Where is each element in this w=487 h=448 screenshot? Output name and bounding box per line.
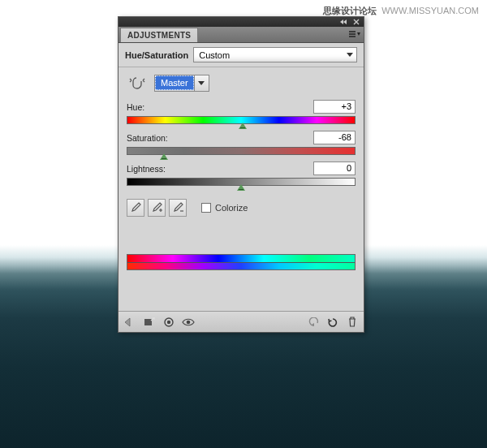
collapse-icon[interactable] — [339, 19, 347, 25]
saturation-slider[interactable] — [127, 147, 356, 155]
chevron-down-icon — [347, 53, 353, 57]
back-icon[interactable] — [123, 316, 136, 329]
clip-to-layer-icon[interactable] — [162, 316, 175, 329]
panel-titlebar[interactable] — [119, 17, 364, 27]
chevron-down-icon — [198, 81, 205, 85]
targeted-adjustment-tool[interactable] — [127, 74, 148, 92]
saturation-label: Saturation: — [127, 133, 168, 143]
adjustment-name-label: Hue/Saturation — [125, 50, 188, 60]
svg-point-2 — [167, 320, 170, 323]
lightness-label: Lightness: — [127, 164, 166, 174]
close-icon[interactable] — [352, 19, 360, 25]
color-range-value: Master — [155, 75, 194, 90]
tab-adjustments[interactable]: ADJUSTMENTS — [120, 28, 198, 42]
previous-state-icon[interactable] — [307, 316, 320, 329]
eyedropper-tool[interactable] — [127, 199, 144, 217]
tab-bar: ADJUSTMENTS — [119, 27, 364, 43]
adjustments-panel: ADJUSTMENTS Hue/Saturation Custom Master… — [118, 16, 364, 333]
colorize-checkbox[interactable]: Colorize — [201, 203, 248, 213]
reset-icon[interactable] — [326, 316, 339, 329]
saturation-slider-block: Saturation: -68 — [127, 131, 356, 155]
expand-view-icon[interactable] — [143, 316, 156, 329]
watermark: 思缘设计论坛WWW.MISSYUAN.COM — [323, 5, 479, 17]
colorize-label: Colorize — [215, 203, 248, 213]
delete-icon[interactable] — [346, 316, 359, 329]
hue-slider[interactable] — [127, 116, 356, 124]
lightness-value-input[interactable]: 0 — [313, 162, 356, 175]
spectrum-bottom — [127, 262, 355, 269]
color-spectrum — [127, 254, 356, 270]
hue-value-input[interactable]: +3 — [313, 100, 356, 114]
panel-menu-icon[interactable] — [349, 29, 360, 39]
saturation-value-input[interactable]: -68 — [313, 131, 356, 144]
color-range-select[interactable]: Master — [154, 75, 209, 92]
preset-value: Custom — [199, 50, 230, 60]
color-range-dropdown-button[interactable] — [194, 75, 209, 91]
lightness-slider-block: Lightness: 0 — [127, 162, 356, 186]
svg-rect-0 — [144, 319, 152, 325]
lightness-slider-thumb[interactable] — [237, 184, 245, 191]
hue-slider-thumb[interactable] — [239, 123, 247, 129]
checkbox-box — [201, 203, 211, 213]
lightness-slider[interactable] — [127, 178, 356, 186]
hue-label: Hue: — [127, 102, 144, 112]
svg-point-3 — [187, 320, 191, 324]
preset-select[interactable]: Custom — [193, 47, 357, 62]
hue-slider-block: Hue: +3 — [127, 100, 356, 124]
saturation-slider-thumb[interactable] — [160, 153, 168, 160]
visibility-icon[interactable] — [182, 316, 195, 329]
panel-footer — [119, 311, 364, 332]
eyedropper-subtract-tool[interactable] — [169, 199, 187, 217]
preset-row: Hue/Saturation Custom — [119, 43, 364, 67]
eyedropper-add-tool[interactable] — [148, 199, 166, 217]
spectrum-top — [127, 255, 355, 262]
